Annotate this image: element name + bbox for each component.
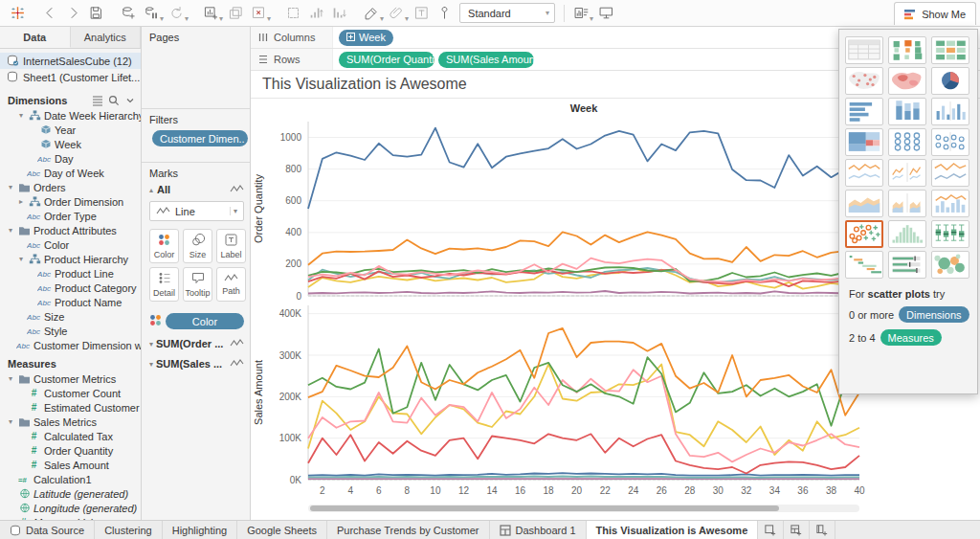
dimension-item[interactable]: AbcSize bbox=[0, 309, 141, 324]
sheet-tab-dashboard-1[interactable]: Dashboard 1 bbox=[490, 521, 587, 539]
collapse-icon[interactable]: ▾ bbox=[6, 374, 15, 383]
showme-stacked-bars[interactable] bbox=[888, 98, 926, 125]
series-line-orange[interactable] bbox=[308, 232, 859, 264]
sort-ascending-icon[interactable] bbox=[304, 3, 327, 24]
dimension-item[interactable]: AbcDay of Week bbox=[0, 166, 141, 180]
chevron-down-icon[interactable]: ▾ bbox=[185, 14, 189, 23]
dimension-item[interactable]: AbcProduct Category bbox=[0, 281, 141, 295]
dimension-item[interactable]: ▸Order Dimension bbox=[0, 194, 141, 209]
dimension-item[interactable]: AbcCustomer Dimension wi... bbox=[0, 338, 141, 352]
measure-item[interactable]: ▾Sales Metrics bbox=[0, 415, 141, 429]
measure-item[interactable]: #Calculated Tax bbox=[0, 429, 141, 443]
sheet-tab-clustering[interactable]: Clustering bbox=[95, 521, 163, 539]
showme-discrete-lines[interactable] bbox=[888, 159, 926, 187]
showme-dual-lines[interactable] bbox=[931, 159, 969, 187]
measure-item[interactable]: ▾Customer Metrics bbox=[0, 371, 141, 386]
sheet-tab-purchase-trends-by-customer[interactable]: Purchase Trends by Customer bbox=[327, 521, 490, 539]
collapse-icon[interactable]: ▾ bbox=[6, 183, 15, 191]
chevron-down-icon[interactable]: ▾ bbox=[267, 14, 271, 23]
chevron-down-icon[interactable]: ▾ bbox=[219, 14, 223, 23]
measure-item[interactable]: #Sales Amount bbox=[0, 458, 141, 472]
new-worksheet-button[interactable] bbox=[758, 521, 784, 539]
collapse-icon[interactable]: ▾ bbox=[16, 255, 26, 263]
showme-pie-chart[interactable] bbox=[931, 67, 969, 95]
showme-continuous-area[interactable] bbox=[845, 190, 883, 217]
tab-data[interactable]: Data bbox=[0, 27, 71, 48]
marks-button-label[interactable]: Label bbox=[216, 229, 246, 263]
datasource-item[interactable]: InternetSalesCube (12) bbox=[0, 53, 141, 69]
showme-symbol-map[interactable] bbox=[845, 67, 883, 95]
dimension-item[interactable]: AbcProduct Name bbox=[0, 295, 141, 309]
dimension-item[interactable]: ▾Product Hierarchy bbox=[0, 252, 141, 266]
collapse-icon[interactable]: ▾ bbox=[16, 111, 26, 120]
marks-button-detail[interactable]: Detail bbox=[149, 267, 179, 302]
measure-item[interactable]: =#Calculation1 bbox=[0, 472, 141, 486]
horizontal-scrollbar[interactable] bbox=[308, 505, 859, 512]
mark-type-dropdown[interactable]: Line ▾ bbox=[149, 201, 244, 221]
series-line-green[interactable] bbox=[308, 349, 859, 426]
measure-item[interactable]: #Order Quantity bbox=[0, 443, 141, 458]
filter-pill-customer-dimension[interactable]: Customer Dimen.. bbox=[152, 130, 248, 146]
showme-side-by-side-circles[interactable] bbox=[931, 128, 969, 156]
datasource-item[interactable]: Sheet1 (Customer Lifet... bbox=[0, 69, 141, 85]
forward-arrow-icon[interactable] bbox=[61, 3, 84, 24]
add-data-source-icon[interactable] bbox=[117, 3, 140, 24]
showme-filled-map[interactable] bbox=[888, 67, 926, 95]
showme-discrete-area[interactable] bbox=[888, 190, 926, 217]
back-arrow-icon[interactable] bbox=[38, 3, 61, 24]
showme-gantt[interactable] bbox=[845, 251, 883, 279]
pages-card[interactable]: Pages bbox=[142, 27, 250, 109]
dimension-item[interactable]: ▾Orders bbox=[0, 180, 141, 194]
measure-item[interactable]: #Estimated Customer ... bbox=[0, 400, 141, 415]
dimension-item[interactable]: AbcProduct Line bbox=[0, 266, 141, 281]
showme-histogram[interactable] bbox=[888, 220, 926, 248]
measure-item[interactable]: #Customer Count bbox=[0, 386, 141, 400]
measure-item[interactable]: Longitude (generated) bbox=[0, 501, 141, 515]
new-dashboard-button[interactable] bbox=[784, 521, 810, 539]
pill-sum-order-quantity-[interactable]: SUM(Order Quantity) bbox=[339, 52, 434, 68]
view-as-grid-icon[interactable] bbox=[92, 95, 103, 106]
color-pill[interactable]: Color bbox=[166, 313, 244, 329]
showme-circle-views[interactable] bbox=[888, 128, 926, 156]
marks-all-row[interactable]: ▴ All bbox=[149, 184, 244, 195]
series-line-pink[interactable] bbox=[308, 370, 859, 461]
dimension-item[interactable]: ▾Date Week Hierarchy bbox=[0, 108, 141, 123]
group-members-icon[interactable] bbox=[281, 3, 304, 24]
dimension-item[interactable]: Week bbox=[0, 137, 141, 151]
scrollbar-thumb[interactable] bbox=[310, 505, 779, 511]
marks-measure-row[interactable]: ▾SUM(Sales ... bbox=[149, 358, 244, 370]
chevron-down-icon[interactable]: ▾ bbox=[380, 14, 384, 23]
marks-button-tooltip[interactable]: Tooltip bbox=[183, 267, 212, 302]
show-me-button[interactable]: Show Me bbox=[894, 2, 976, 25]
presentation-mode-icon[interactable] bbox=[594, 3, 617, 24]
chevron-down-icon[interactable] bbox=[124, 95, 136, 106]
showme-box-and-whisker[interactable] bbox=[931, 220, 969, 248]
collapse-icon[interactable]: ▾ bbox=[6, 417, 15, 426]
sheet-tab-highlighting[interactable]: Highlighting bbox=[163, 521, 237, 539]
collapse-icon[interactable]: ▾ bbox=[6, 226, 15, 235]
new-story-button[interactable] bbox=[810, 521, 835, 539]
dimension-item[interactable]: AbcStyle bbox=[0, 324, 141, 338]
measure-item[interactable]: Latitude (generated) bbox=[0, 486, 141, 501]
series-line-blue[interactable] bbox=[308, 128, 859, 209]
sheet-tab-data-source[interactable]: Data Source bbox=[0, 521, 95, 539]
fit-select[interactable]: Standard ▾ bbox=[459, 3, 555, 23]
dimension-item[interactable]: Year bbox=[0, 123, 141, 137]
showme-side-by-side-bars[interactable] bbox=[931, 98, 969, 125]
marks-button-path[interactable]: Path bbox=[216, 267, 246, 302]
showme-continuous-lines[interactable] bbox=[845, 159, 883, 187]
filters-card[interactable]: Filters Customer Dimen.. bbox=[142, 109, 250, 163]
sales-amount-chart[interactable]: 0K100K200K300K400K2468101214161820222426… bbox=[251, 302, 871, 503]
chevron-down-icon[interactable]: ▾ bbox=[149, 360, 153, 369]
text-label-icon[interactable] bbox=[410, 3, 433, 24]
series-line-teal[interactable] bbox=[308, 477, 859, 478]
chevron-down-icon[interactable]: ▾ bbox=[590, 14, 593, 23]
showme-packed-bubbles[interactable] bbox=[931, 251, 969, 279]
search-icon[interactable] bbox=[108, 95, 120, 106]
showme-dual-combination[interactable] bbox=[931, 190, 969, 217]
chevron-down-icon[interactable]: ▾ bbox=[160, 14, 164, 23]
marks-button-color[interactable]: Color bbox=[149, 229, 179, 263]
showme-treemap[interactable] bbox=[845, 128, 883, 156]
showme-horizontal-bars[interactable] bbox=[845, 98, 883, 125]
showme-scatter-plot[interactable] bbox=[845, 220, 883, 248]
